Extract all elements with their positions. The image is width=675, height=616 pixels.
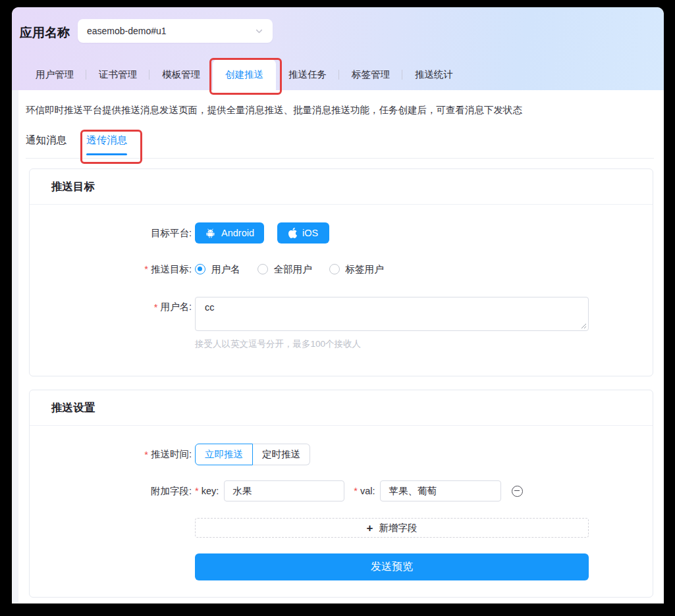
app-select-dropdown[interactable]: easemob-demo#u1: [78, 19, 273, 43]
subtab-passthrough-message[interactable]: 透传消息: [86, 134, 127, 155]
radio-all-users-label: 全部用户: [274, 263, 312, 276]
platform-buttons: Android iOS: [195, 222, 329, 244]
subtab-notification-label: 通知消息: [26, 134, 67, 145]
push-settings-title: 推送设置: [30, 390, 653, 426]
platform-label: 目标平台:: [151, 227, 192, 240]
radio-checked-icon[interactable]: [195, 264, 205, 274]
push-settings-card: 推送设置 * 推送时间: 立即推送 定时推送 附加字段: * key: 水: [29, 390, 653, 598]
subtab-passthrough-label: 透传消息: [86, 134, 127, 145]
val-label: val:: [360, 486, 375, 496]
app-select-value: easemob-demo#u1: [87, 26, 255, 36]
push-target-label: 推送目标:: [151, 263, 192, 276]
push-time-row: * 推送时间: 立即推送 定时推送: [30, 444, 653, 465]
username-row: * 用户名: cc: [30, 297, 653, 331]
extra-fields-label-col: 附加字段:: [30, 485, 192, 498]
key-input[interactable]: 水果: [224, 480, 344, 501]
username-label: 用户名:: [160, 301, 192, 313]
active-subtab-underline: [86, 153, 127, 155]
username-hint: 接受人以英文逗号分开，最多100个接收人: [195, 338, 361, 350]
val-input[interactable]: 苹果、葡萄: [380, 480, 501, 501]
submit-row: 发送预览: [30, 553, 653, 580]
textarea-resize-handle[interactable]: [581, 323, 587, 329]
tab-cert-management[interactable]: 证书管理: [86, 59, 149, 90]
push-target-title: 推送目标: [30, 169, 653, 205]
tab-push-statistics[interactable]: 推送统计: [402, 59, 466, 90]
platform-row: 目标平台:: [30, 222, 653, 244]
android-icon: [205, 228, 216, 239]
app-name-label: 应用名称: [20, 24, 70, 41]
extra-fields-label: 附加字段:: [151, 485, 192, 498]
radio-unchecked-icon[interactable]: [329, 264, 340, 274]
platform-label-col: 目标平台:: [30, 227, 192, 240]
ios-button-label: iOS: [302, 228, 318, 238]
radio-option-all-users[interactable]: 全部用户: [257, 263, 312, 276]
push-target-label-col: * 推送目标:: [30, 263, 192, 276]
required-marker: *: [354, 486, 358, 496]
apple-icon: [288, 228, 297, 238]
required-marker: *: [195, 486, 199, 496]
left-gutter: [12, 90, 18, 603]
scheduled-push-button[interactable]: 定时推送: [253, 444, 310, 465]
push-time-label: 推送时间:: [151, 448, 192, 461]
push-target-card: 推送目标 目标平台:: [29, 168, 653, 376]
required-marker: *: [154, 302, 158, 313]
ios-platform-button[interactable]: iOS: [277, 222, 329, 244]
key-label-group: * key:: [195, 486, 219, 496]
val-label-group: * val:: [354, 486, 375, 496]
subtab-notification-message[interactable]: 通知消息: [26, 134, 67, 155]
remove-field-icon[interactable]: [512, 486, 523, 497]
tab-push-tasks[interactable]: 推送任务: [276, 59, 339, 90]
required-marker: *: [144, 449, 148, 460]
android-platform-button[interactable]: Android: [195, 222, 264, 244]
radio-tag-users-label: 标签用户: [346, 263, 384, 276]
main-tabbar: 用户管理 证书管理 模板管理 创建推送 推送任务 标签管理 推送统计: [23, 59, 466, 90]
radio-option-tag-users[interactable]: 标签用户: [329, 263, 384, 276]
android-button-label: Android: [221, 228, 254, 238]
message-type-subtabs: 通知消息 透传消息: [26, 134, 127, 155]
push-time-label-col: * 推送时间:: [30, 448, 192, 461]
subtab-divider-line: [26, 158, 654, 159]
push-target-row: * 推送目标: 用户名 全部用户 标签用户: [30, 261, 653, 277]
radio-unchecked-icon[interactable]: [257, 264, 268, 274]
add-field-row: + 新增字段: [30, 518, 653, 538]
val-value: 苹果、葡萄: [389, 485, 437, 498]
tab-tag-management[interactable]: 标签管理: [339, 59, 402, 90]
tab-template-management[interactable]: 模板管理: [149, 59, 213, 90]
target-radio-group: 用户名 全部用户 标签用户: [195, 263, 384, 276]
plus-icon: +: [367, 523, 373, 534]
required-marker: *: [144, 264, 148, 274]
push-time-segmented-control: 立即推送 定时推送: [195, 444, 310, 465]
username-textarea[interactable]: cc: [195, 297, 589, 331]
key-label: key:: [202, 486, 219, 496]
app-page: 应用名称 easemob-demo#u1 用户管理 证书管理 模板管理 创建推送…: [12, 7, 664, 603]
intro-text: 环信即时推送平台提供推送消息发送页面，提供全量消息推送、批量消息推送功能，任务创…: [26, 104, 522, 116]
chevron-down-icon: [255, 27, 263, 36]
radio-option-username[interactable]: 用户名: [195, 263, 240, 276]
tab-create-push[interactable]: 创建推送: [213, 59, 276, 90]
add-field-button[interactable]: + 新增字段: [195, 518, 589, 538]
radio-username-label: 用户名: [211, 263, 240, 276]
extra-fields-row: 附加字段: * key: 水果 * val: 苹果、葡萄: [30, 480, 653, 501]
key-value: 水果: [232, 485, 252, 498]
username-label-col: * 用户名:: [30, 301, 192, 313]
tab-user-management[interactable]: 用户管理: [23, 59, 86, 90]
send-preview-button[interactable]: 发送预览: [195, 553, 589, 580]
add-field-label: 新增字段: [379, 522, 417, 534]
immediate-push-button[interactable]: 立即推送: [195, 444, 253, 465]
username-value: cc: [205, 302, 215, 313]
extra-fields-content: * key: 水果 * val: 苹果、葡萄: [195, 480, 523, 501]
